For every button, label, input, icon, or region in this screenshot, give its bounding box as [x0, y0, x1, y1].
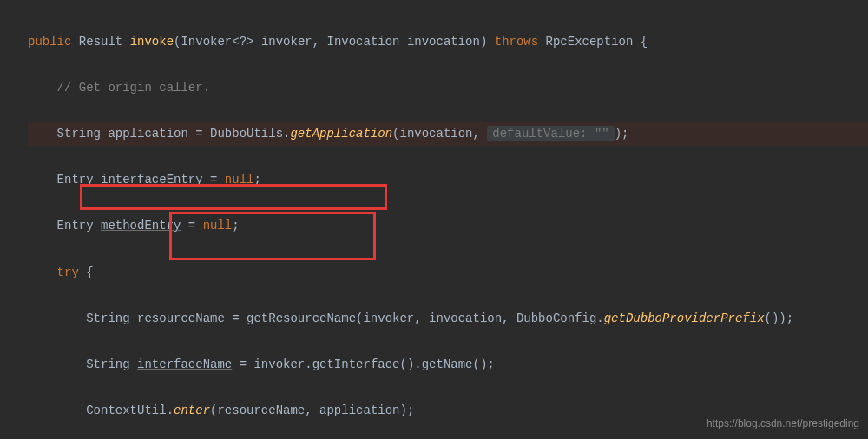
- text: ;: [232, 219, 239, 233]
- text: Entry: [28, 173, 101, 187]
- text: = invoker.getInterface().getName();: [232, 357, 494, 371]
- method-call: getDubboProviderPrefix: [604, 311, 765, 325]
- code-line: try {: [28, 261, 868, 285]
- kw-null: null: [225, 173, 254, 187]
- text: Result: [71, 35, 129, 49]
- code-line: // Get origin caller.: [28, 76, 868, 100]
- variable: interfaceName: [137, 357, 232, 371]
- kw-try: try: [28, 265, 79, 279]
- comment: // Get origin caller.: [28, 81, 210, 95]
- text: Entry: [28, 219, 101, 233]
- text: ;: [253, 173, 260, 187]
- code-line: String interfaceName = invoker.getInterf…: [28, 353, 868, 377]
- text: ());: [765, 311, 794, 325]
- text: (Invoker<?> invoker, Invocation invocati…: [174, 35, 495, 49]
- variable: interfaceEntry: [101, 173, 203, 187]
- text: ContextUtil.: [28, 403, 174, 417]
- text: {: [79, 265, 94, 279]
- kw-throws: throws: [495, 35, 538, 49]
- text: RpcException {: [538, 35, 648, 49]
- variable: methodEntry: [101, 219, 181, 233]
- text: String application = DubboUtils.: [28, 127, 290, 141]
- code-line: Entry methodEntry = null;: [28, 214, 868, 238]
- text: =: [203, 173, 225, 187]
- method-call: enter: [174, 403, 210, 417]
- text: =: [181, 219, 202, 233]
- text: String: [28, 357, 137, 371]
- text: (invocation,: [392, 127, 487, 141]
- kw-null: null: [203, 219, 233, 233]
- method-call: getApplication: [290, 127, 392, 141]
- text: String resourceName = getResourceName(in…: [28, 311, 604, 325]
- code-line-highlighted: String application = DubboUtils.getAppli…: [28, 122, 868, 146]
- kw-public: public: [28, 35, 71, 49]
- param-hint: defaultValue: "": [487, 126, 614, 141]
- watermark-text: https://blog.csdn.net/prestigeding: [707, 414, 859, 434]
- method-name: invoke: [130, 35, 174, 49]
- code-editor[interactable]: public Result invoke(Invoker<?> invoker,…: [0, 0, 868, 439]
- code-line: Entry interfaceEntry = null;: [28, 168, 868, 192]
- code-line: public Result invoke(Invoker<?> invoker,…: [28, 30, 868, 54]
- code-line: String resourceName = getResourceName(in…: [28, 307, 868, 331]
- text: );: [615, 127, 629, 141]
- text: (resourceName, application);: [210, 403, 414, 417]
